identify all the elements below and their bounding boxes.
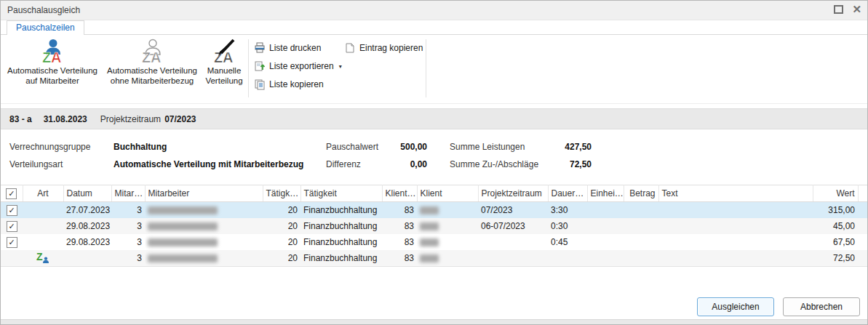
tab-strip: Pauschalzeilen: [1, 20, 867, 35]
projektzeitraum-cell: 06-07/2023: [478, 218, 548, 234]
column-header-wert[interactable]: Wert: [813, 185, 858, 202]
column-header-mitarbeiter[interactable]: Mitarbeiter: [145, 185, 263, 202]
redacted-klient-name: [420, 222, 439, 230]
chevron-down-icon: ▾: [339, 63, 342, 70]
differenz-label: Differenz: [326, 159, 361, 169]
column-header-text[interactable]: Text: [658, 185, 813, 202]
manuelle-verteilung-button[interactable]: Z A Manuelle Verteilung: [203, 37, 245, 100]
column-header-art[interactable]: Art: [23, 185, 63, 202]
einheit-cell: [587, 218, 624, 234]
einheit-cell: [587, 250, 624, 267]
taetigkeit-cell: Finanzbuchhaltung: [300, 250, 382, 267]
column-header-klient[interactable]: Klient: [417, 185, 478, 202]
art-cell: [23, 202, 63, 219]
dauer-cell: 0:30: [548, 218, 587, 234]
liste-kopieren-button[interactable]: Liste kopieren: [254, 77, 324, 92]
filler-cell: [858, 250, 867, 267]
mitar_nr-cell: 3: [111, 234, 145, 250]
window-title: Pauschalausgleich: [7, 5, 80, 15]
title-bar: Pauschalausgleich ✕: [1, 1, 867, 20]
button-label-line2: ohne Mitarbeiterbezug: [103, 76, 202, 86]
filler-cell: [858, 218, 867, 234]
text-cell: [658, 218, 813, 234]
taetig_nr-cell: 20: [263, 202, 300, 219]
table-row[interactable]: ✓29.08.2023320Finanzbuchhaltung8306-07/2…: [1, 218, 867, 234]
art-cell: [23, 218, 63, 234]
klient_nr-cell: 83: [382, 250, 417, 267]
mitarbeiter-cell: [145, 234, 263, 250]
ribbon-separator: [426, 39, 426, 97]
column-header-datum[interactable]: Datum: [63, 185, 111, 202]
mitar_nr-cell: 3: [111, 250, 145, 267]
row-checkbox[interactable]: ✓: [6, 188, 17, 199]
table-row[interactable]: ✓27.07.2023320Finanzbuchhaltung8307/2023…: [1, 202, 867, 219]
close-icon[interactable]: ✕: [852, 5, 861, 14]
copy-list-icon: [254, 79, 266, 90]
liste-exportieren-button[interactable]: Liste exportieren ▾: [254, 59, 342, 73]
maximize-icon[interactable]: [834, 5, 843, 14]
column-header-taetigkeit[interactable]: Tätigkeit: [300, 185, 382, 202]
eintrag-kopieren-label: Eintrag kopieren: [359, 43, 423, 53]
redacted-mitarbeiter-name: [148, 254, 218, 262]
summary-section: Verrechnungsgruppe Buchhaltung Verteilun…: [1, 133, 867, 181]
eintrag-kopieren-button[interactable]: Eintrag kopieren: [344, 41, 423, 55]
column-header-taetig_nr[interactable]: Tätigk…: [263, 185, 300, 202]
column-header-check[interactable]: ✓: [1, 185, 23, 202]
za-pen-icon: Z A: [212, 39, 236, 65]
klient_nr-cell: 83: [382, 202, 417, 219]
window-bottom-strip: [1, 319, 867, 324]
column-header-projektzeitraum[interactable]: Projektzeitraum: [478, 185, 548, 202]
row-checkbox[interactable]: ✓: [7, 205, 17, 216]
za-person-icon: Z: [36, 252, 49, 263]
row-checkbox[interactable]: ✓: [7, 221, 17, 232]
table-row[interactable]: Z320Finanzbuchhaltung8372,50: [1, 250, 867, 267]
text-cell: [658, 250, 813, 267]
column-header-mitar_nr[interactable]: Mitar…: [111, 185, 145, 202]
klient-cell: [417, 250, 478, 267]
export-icon: [254, 60, 266, 72]
column-header-dauer[interactable]: Dauer…: [548, 185, 587, 202]
betrag-cell: [624, 250, 658, 267]
button-label-line1: Manuelle: [203, 65, 245, 76]
summe-leistungen-value: 427,50: [525, 142, 592, 152]
printer-icon: [254, 42, 266, 54]
redacted-klient-name: [420, 206, 439, 214]
projektzeitraum-label: Projektzeitraum: [100, 114, 161, 124]
table-row[interactable]: ✓29.08.2023320Finanzbuchhaltung830:4567,…: [1, 234, 867, 250]
auto-verteilung-mitarbeiter-button[interactable]: Z A Automatische Verteilung auf Mitarbei…: [3, 37, 102, 100]
summe-leistungen-label: Summe Leistungen: [450, 142, 525, 152]
check-cell: ✓: [1, 202, 23, 219]
za-person-color-icon: Z A: [40, 39, 65, 65]
wert-cell: 45,00: [813, 218, 858, 234]
tab-pauschalzeilen[interactable]: Pauschalzeilen: [7, 20, 84, 36]
taetig_nr-cell: 20: [263, 218, 300, 234]
projektzeitraum-value: 07/2023: [164, 114, 196, 124]
button-label-line2: Verteilung: [203, 76, 245, 86]
text-cell: [658, 202, 813, 219]
column-header-betrag[interactable]: Betrag: [624, 185, 658, 202]
taetig_nr-cell: 20: [263, 234, 300, 250]
mitarbeiter-cell: [145, 250, 263, 267]
mitar_nr-cell: 3: [111, 218, 145, 234]
button-label-line2: auf Mitarbeiter: [3, 76, 102, 86]
filler-cell: [858, 234, 867, 250]
svg-text:A: A: [151, 49, 161, 65]
column-header-klient_nr[interactable]: Klient…: [382, 185, 417, 202]
verteilungsart-label: Verteilungsart: [9, 159, 63, 169]
abbrechen-button[interactable]: Abbrechen: [783, 297, 860, 316]
taetigkeit-cell: Finanzbuchhaltung: [300, 202, 382, 219]
betrag-cell: [624, 218, 658, 234]
column-header-einheit[interactable]: Einhei…: [587, 185, 624, 202]
wert-cell: 315,00: [813, 202, 858, 219]
ausgleichen-button[interactable]: Ausgleichen: [697, 297, 774, 316]
redacted-mitarbeiter-name: [148, 222, 218, 230]
auto-verteilung-ohne-mitarbeiter-button[interactable]: Z A Automatische Verteilung ohne Mitarbe…: [103, 37, 202, 100]
liste-drucken-button[interactable]: Liste drucken: [254, 41, 321, 55]
redacted-mitarbeiter-name: [148, 238, 218, 246]
row-checkbox[interactable]: ✓: [7, 237, 17, 248]
klient_nr-cell: 83: [382, 218, 417, 234]
einheit-cell: [587, 202, 624, 219]
wert-cell: 67,50: [813, 234, 858, 250]
footer-buttons: Ausgleichen Abbrechen: [697, 297, 860, 316]
art-cell: [23, 234, 63, 250]
